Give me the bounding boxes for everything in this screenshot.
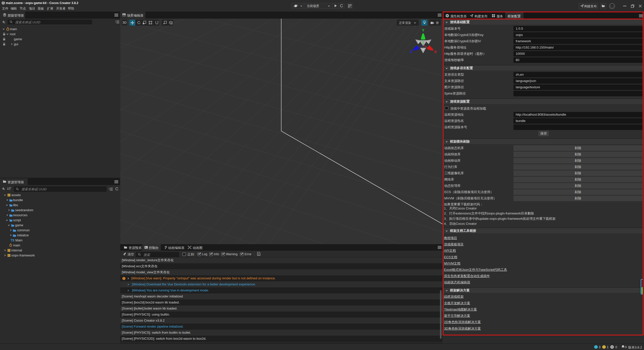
svg-text:i: i xyxy=(596,346,596,348)
svg-text:Y: Y xyxy=(422,28,424,32)
svg-text:X: X xyxy=(434,50,437,54)
svg-text:Z: Z xyxy=(410,50,412,54)
